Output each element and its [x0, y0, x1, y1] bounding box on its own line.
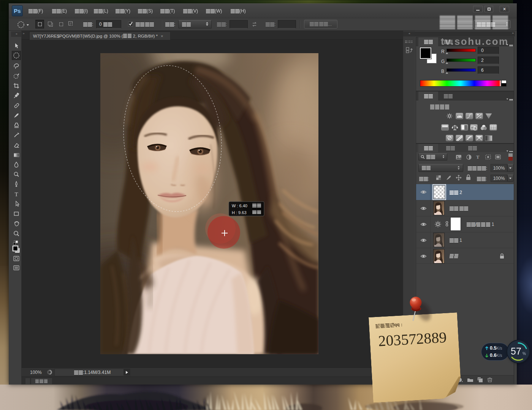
svg-text:H : 9.63: H : 9.63 [232, 210, 247, 215]
svg-text:W : 6.40: W : 6.40 [232, 203, 247, 208]
svg-text:T: T [14, 191, 18, 197]
